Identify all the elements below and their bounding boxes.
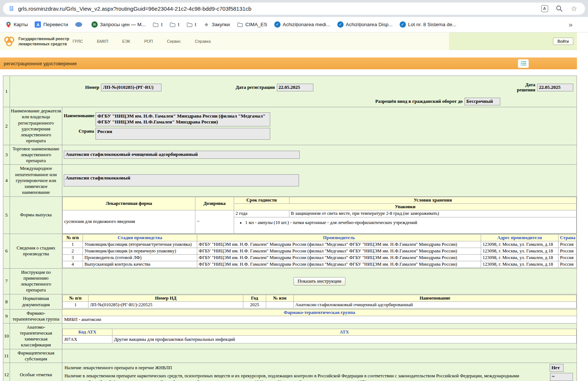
row-label-pharm-group: Фармако-терапевтическая группа xyxy=(10,309,62,323)
col-header-atc: АТХ xyxy=(112,329,577,336)
nav-item-help[interactable]: Справка xyxy=(195,39,211,43)
bookmark-maps[interactable]: Карты xyxy=(5,21,28,28)
cert-row7-content: Показать инструкции xyxy=(62,268,577,294)
folder-icon xyxy=(153,21,159,28)
col-header-dosage: Дозировка xyxy=(195,197,234,210)
row-number: 8 xyxy=(3,294,10,309)
col-header-row-num: № п/п xyxy=(63,295,88,302)
translate-icon: A xyxy=(35,21,41,28)
list-view-button[interactable] xyxy=(518,59,529,68)
cert-row-7: 7 Инструкция по применению лекарственног… xyxy=(3,268,577,294)
bookmark-achizitionarea-disp[interactable]: ✓ Achiziționarea Disp... xyxy=(337,21,393,28)
row-number: 7 xyxy=(3,268,10,294)
show-instructions-button[interactable]: Показать инструкции xyxy=(293,277,345,286)
check-circle-icon: ✓ xyxy=(274,21,281,28)
omnibox-icons: A ☆ xyxy=(540,4,580,13)
nav-item-bmkp[interactable]: БМКП xyxy=(97,39,108,43)
bookmark-label: Карты xyxy=(14,22,28,27)
row-number: 5 xyxy=(3,196,10,234)
bookmark-blue-oval[interactable] xyxy=(75,22,84,27)
stage-num: 3 xyxy=(63,254,83,261)
bookmark-label: Перевести xyxy=(43,22,68,27)
login-button[interactable]: Войти xyxy=(553,38,573,45)
stage-country: Россия xyxy=(559,261,577,268)
production-stages-table: № п/п Стадия производства Производитель … xyxy=(62,234,577,268)
nav-item-eek[interactable]: ЕЭК xyxy=(122,39,131,43)
stage-name: Упаковщик/фасовщик (в первичную упаковку… xyxy=(83,248,197,254)
nav-item-rop[interactable]: РОП xyxy=(144,39,153,43)
registration-certificate-table: 1 Номер ЛП-№(010285)-(РГ-RU) Дата регист… xyxy=(3,76,577,381)
bookmark-star-icon[interactable]: ☆ xyxy=(570,4,578,13)
bookmark-folder-t2[interactable]: t xyxy=(170,21,180,28)
row-label-inn: Международное непатентованное или группи… xyxy=(10,165,62,196)
storage-cell: В защищенном от света месте, при темпера… xyxy=(289,210,577,217)
cert-row11-content xyxy=(62,349,577,363)
holder-name-label: Наименование xyxy=(64,112,94,119)
check-circle-icon: ✓ xyxy=(400,21,406,28)
circulation-label: Разрешён ввод в гражданский оборот до xyxy=(375,98,463,104)
row-number: 10 xyxy=(3,323,10,349)
atc-table: Код АТХ АТХ J07AX Другие вакцины для про… xyxy=(62,329,577,343)
stage-name: Производитель (готовой ЛФ) xyxy=(83,254,197,261)
zhnvlp-value-field: Нет xyxy=(550,364,564,372)
bookmarks-overflow-chevron-icon[interactable]: » xyxy=(568,21,583,29)
list-icon xyxy=(521,61,526,66)
bookmark-zakupki[interactable]: Закупки xyxy=(203,21,230,28)
stage-address: 123098, г. Москва, ул. Гамалеи, д.18 xyxy=(481,254,559,261)
url-bar[interactable]: grls.rosminzdrav.ru/Grls_View_v2.aspx?ro… xyxy=(3,3,585,15)
bookmark-label: t xyxy=(195,22,196,27)
stage-country: Россия xyxy=(559,254,577,261)
bookmark-folder-t1[interactable]: t xyxy=(153,21,163,28)
gray-site-icon xyxy=(203,21,209,28)
bookmark-label: Achiziționarea medi... xyxy=(283,22,330,27)
col-header-shelf-life: Срок годности xyxy=(234,197,289,203)
bookmark-folder-t3[interactable]: t xyxy=(187,21,196,28)
bookmark-price-requests[interactable]: ≡ Запросы цен — М... xyxy=(91,21,146,28)
page-title: регистрационное удостоверение xyxy=(4,61,77,66)
cert-row3-content: Анатоксин стафилококковый очищенный адсо… xyxy=(62,145,577,165)
doc-name: Анатоксин стафилококковый очищенный адсо… xyxy=(294,302,577,308)
bookmark-achizitionarea-medi[interactable]: ✓ Achiziționarea medi... xyxy=(274,21,330,28)
stage-name: Упаковщик/фасовщик (вторичная/третичная … xyxy=(83,241,197,248)
inn-field: Анатоксин стафилококковый xyxy=(64,174,299,186)
bookmark-label: Закупки xyxy=(212,22,230,27)
cert-row-6: 6 Сведения о стадиях производства № п/п … xyxy=(3,234,577,268)
stage-manufacturer: ФГБУ "НИЦЭМ им. Н.Ф. Гамалеи" Минздрава … xyxy=(197,254,481,261)
stage-country: Россия xyxy=(559,248,577,254)
search-zoom-icon[interactable] xyxy=(555,4,564,13)
blue-oval-icon xyxy=(75,22,82,27)
col-header-nd-number: Номер НД xyxy=(88,295,243,302)
folder-icon xyxy=(170,21,176,28)
stage-manufacturer: ФГБУ "НИЦЭМ им. Н.Ф. Гамалеи" Минздрава … xyxy=(197,248,481,254)
bookmark-cima-es[interactable]: CIMA_ES xyxy=(237,21,267,28)
site-logo[interactable]: Государственный реестр лекарственных сре… xyxy=(0,35,73,48)
bookmark-translate[interactable]: A Перевести xyxy=(35,21,68,28)
col-header-row-num: № п/п xyxy=(63,234,83,241)
site-favicon xyxy=(8,6,14,12)
col-header-dosage-form: Лекарственная форма xyxy=(63,197,195,210)
nav-item-grls[interactable]: ГРЛС xyxy=(73,39,83,43)
cert-row-5: 5 Формы выпуска Лекарственная форма Дози… xyxy=(3,196,577,234)
bookmark-lot-nr8[interactable]: ✓ Lot nr. 8 Sistema de... xyxy=(400,21,456,28)
cert-row-11: 11 Фармацевтическая субстанция xyxy=(3,349,577,363)
dosage-form-cell: суспензия для подкожного введения xyxy=(63,210,195,233)
production-stage-row: 2 Упаковщик/фасовщик (в первичную упаков… xyxy=(63,248,577,254)
site-header: Государственный реестр лекарственных сре… xyxy=(0,32,577,50)
dosage-cell: ~ xyxy=(195,210,234,233)
narcotics-value-field: ~ xyxy=(550,373,573,381)
row-label-release-forms: Формы выпуска xyxy=(10,196,62,234)
narcotics-label: Наличие в лекарственном препарате наркот… xyxy=(65,373,541,381)
col-header-year: Год xyxy=(243,295,266,302)
nav-item-service[interactable]: Сервис xyxy=(167,39,181,43)
doc-nd-number: ЛП-№(010285)-(РГ-RU)-220525 xyxy=(88,302,243,308)
folder-icon xyxy=(187,21,193,28)
translate-icon[interactable]: A xyxy=(540,4,549,13)
pharm-group-header: Фармако-терапевтическая группа xyxy=(62,310,577,316)
row-number: 9 xyxy=(3,309,10,323)
cert-row4-content: Анатоксин стафилококковый xyxy=(62,165,577,196)
row-number: 12 xyxy=(3,363,10,381)
circulation-field: Бессрочный xyxy=(465,98,500,105)
cert-row-4: 4 Международное непатентованное или груп… xyxy=(3,165,577,196)
release-forms-table: Лекарственная форма Дозировка Срок годно… xyxy=(62,197,577,234)
cert-row5-content: Лекарственная форма Дозировка Срок годно… xyxy=(62,196,577,234)
